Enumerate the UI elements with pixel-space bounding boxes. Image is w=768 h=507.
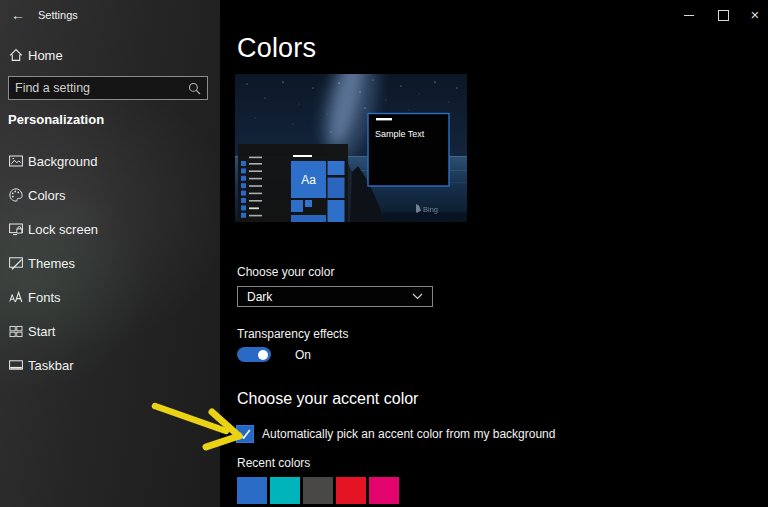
bing-watermark-text: Bing <box>423 205 438 214</box>
sidebar-item-label: Home <box>28 48 63 63</box>
recent-colors-row <box>237 477 399 504</box>
sidebar-item-taskbar[interactable]: Taskbar <box>0 354 220 388</box>
minimize-button[interactable] <box>682 8 696 22</box>
titlebar: ← Settings <box>0 0 220 30</box>
maximize-button[interactable] <box>716 8 730 22</box>
sidebar-item-label: Start <box>28 324 55 339</box>
sidebar-item-home[interactable]: Home <box>0 44 220 68</box>
recent-color-swatch-magenta[interactable] <box>369 477 399 504</box>
page-title: Colors <box>237 33 316 64</box>
preview-sample-text: Sample Text <box>375 129 425 139</box>
taskbar-icon <box>8 357 24 373</box>
themes-icon <box>8 255 24 271</box>
toggle-knob <box>258 350 268 360</box>
sidebar-item-lock-screen[interactable]: Lock screen <box>0 218 220 252</box>
transparency-label: Transparency effects <box>237 327 348 341</box>
search-icon[interactable] <box>188 82 201 95</box>
background-image-icon <box>8 153 24 169</box>
sidebar-item-label: Themes <box>28 256 75 271</box>
transparency-state: On <box>295 348 311 362</box>
sidebar-nav: Background Colors <box>0 150 220 388</box>
checkmark-icon <box>238 427 252 441</box>
home-icon <box>8 47 24 63</box>
colors-settings-panel: × Colors <box>220 0 768 507</box>
sidebar-section-title: Personalization <box>8 112 104 127</box>
window-controls: × <box>648 0 768 28</box>
search-input[interactable] <box>9 81 188 95</box>
back-button[interactable]: ← <box>8 6 28 24</box>
sidebar-item-label: Background <box>28 154 97 169</box>
preview-sample-window: Sample Text <box>368 114 449 187</box>
recent-color-swatch-red[interactable] <box>336 477 366 504</box>
app-title: Settings <box>38 9 78 21</box>
recent-color-swatch-gray[interactable] <box>303 477 333 504</box>
sidebar-item-colors[interactable]: Colors <box>0 184 220 218</box>
auto-accent-checkbox-label: Automatically pick an accent color from … <box>262 427 555 441</box>
color-palette-icon <box>8 187 24 203</box>
search-box[interactable] <box>8 76 208 100</box>
theme-preview-image: Bing Aa <box>235 74 467 222</box>
sidebar-item-label: Colors <box>28 188 66 203</box>
sidebar-item-background[interactable]: Background <box>0 150 220 184</box>
sidebar-item-label: Fonts <box>28 290 61 305</box>
fonts-icon <box>8 289 24 305</box>
sidebar-item-themes[interactable]: Themes <box>0 252 220 286</box>
sidebar-item-fonts[interactable]: Fonts <box>0 286 220 320</box>
sidebar-item-start[interactable]: Start <box>0 320 220 354</box>
recent-color-swatch-blue[interactable] <box>237 477 267 504</box>
preview-aa-tile-label: Aa <box>301 173 316 187</box>
recent-color-swatch-teal[interactable] <box>270 477 300 504</box>
auto-accent-checkbox-row[interactable]: Automatically pick an accent color from … <box>236 425 555 443</box>
recent-colors-label: Recent colors <box>237 456 310 470</box>
close-button[interactable]: × <box>748 8 762 22</box>
color-mode-dropdown[interactable]: Dark <box>237 286 433 307</box>
start-tiles-icon <box>8 323 24 339</box>
transparency-toggle[interactable] <box>237 347 271 362</box>
settings-sidebar: ← Settings Home Personalization <box>0 0 220 507</box>
color-mode-value: Dark <box>247 290 272 304</box>
sidebar-item-label: Lock screen <box>28 222 98 237</box>
chevron-down-icon <box>412 293 423 300</box>
accent-color-heading: Choose your accent color <box>237 390 418 408</box>
auto-accent-checkbox[interactable] <box>236 425 254 443</box>
sidebar-item-label: Taskbar <box>28 358 74 373</box>
lock-screen-icon <box>8 221 24 237</box>
preview-start-menu: Aa <box>238 144 348 222</box>
choose-color-label: Choose your color <box>237 265 334 279</box>
